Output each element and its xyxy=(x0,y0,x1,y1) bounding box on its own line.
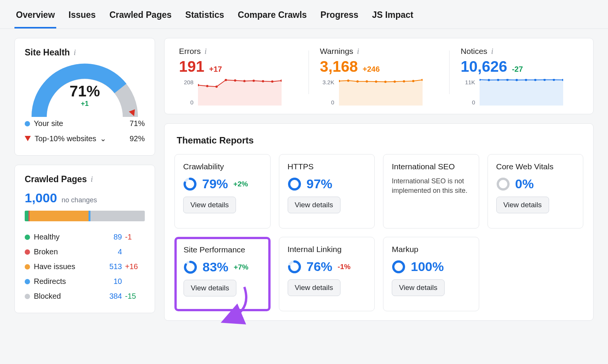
report-note: International SEO is not implemented on … xyxy=(392,176,470,195)
tab-progress[interactable]: Progress xyxy=(319,7,360,28)
report-percent: 100% xyxy=(411,259,444,274)
notices-value: 10,626 xyxy=(461,58,507,75)
crawled-breakdown: Healthy89-1Broken4Have issues513+16Redir… xyxy=(25,230,145,304)
info-icon[interactable]: i xyxy=(491,47,493,56)
report-card: HTTPS97%View details xyxy=(279,154,375,228)
donut-icon xyxy=(288,260,301,274)
view-details-button[interactable]: View details xyxy=(184,280,236,296)
info-icon[interactable]: i xyxy=(204,47,207,56)
report-title: Core Web Vitals xyxy=(496,162,575,171)
crawled-seg-delta: -15 xyxy=(122,292,145,301)
crawled-seg-name: Blocked xyxy=(34,292,61,301)
report-percent: 0% xyxy=(515,176,534,191)
dot-icon xyxy=(25,235,30,240)
donut-icon xyxy=(184,260,197,274)
errors-panel[interactable]: Errors i 191 +17 208 0 xyxy=(168,47,309,106)
report-delta: -1% xyxy=(338,263,351,271)
crawled-breakdown-row[interactable]: Have issues513+16 xyxy=(25,259,145,274)
errors-sparkline xyxy=(198,79,282,106)
svg-point-14 xyxy=(366,80,368,83)
site-health-title: Site Health i xyxy=(25,47,145,58)
donut-icon xyxy=(183,177,197,191)
issues-summary-card: Errors i 191 +17 208 0 xyxy=(164,38,594,114)
crawled-seg-count: 10 xyxy=(95,277,122,286)
report-title: Internal Linking xyxy=(288,245,366,254)
dot-icon xyxy=(25,279,30,284)
svg-point-19 xyxy=(412,80,414,82)
report-title: Crawlability xyxy=(183,162,262,171)
svg-point-2 xyxy=(206,85,208,87)
crawled-pages-card: Crawled Pages i 1,000 no changes Healthy… xyxy=(14,165,155,313)
view-details-button[interactable]: View details xyxy=(392,279,445,296)
errors-value: 191 xyxy=(179,58,204,75)
crawled-breakdown-row[interactable]: Blocked384-15 xyxy=(25,289,145,304)
notices-sparkline xyxy=(480,79,563,106)
tab-compare-crawls[interactable]: Compare Crawls xyxy=(236,7,309,28)
warnings-value: 3,168 xyxy=(320,58,358,75)
crawled-seg-delta: +16 xyxy=(122,262,145,271)
stackbar-segment[interactable] xyxy=(25,211,28,221)
view-details-button[interactable]: View details xyxy=(496,197,549,213)
warnings-sparkline xyxy=(339,79,423,106)
tab-js-impact[interactable]: JS Impact xyxy=(370,7,415,28)
triangle-down-icon xyxy=(25,136,31,141)
donut-icon xyxy=(288,177,301,191)
svg-point-22 xyxy=(488,79,490,81)
view-details-button[interactable]: View details xyxy=(288,279,340,296)
site-health-card: Site Health i 71% +1 xyxy=(14,38,155,156)
crawled-breakdown-row[interactable]: Broken4 xyxy=(25,244,145,259)
crawled-total-note: no changes xyxy=(62,196,97,204)
crawled-seg-count: 89 xyxy=(95,233,122,241)
errors-delta: +17 xyxy=(209,65,222,73)
crawled-breakdown-row[interactable]: Healthy89-1 xyxy=(25,230,145,244)
view-details-button[interactable]: View details xyxy=(288,197,340,213)
svg-point-17 xyxy=(393,80,396,83)
crawled-breakdown-row[interactable]: Redirects10 xyxy=(25,274,145,289)
svg-point-35 xyxy=(498,179,508,189)
thematic-title: Thematic Reports xyxy=(174,133,583,154)
dot-icon xyxy=(25,121,30,126)
report-title: Markup xyxy=(392,245,470,254)
errors-label: Errors xyxy=(179,47,201,56)
view-details-button[interactable]: View details xyxy=(183,197,236,213)
crawled-seg-name: Have issues xyxy=(34,262,75,271)
info-icon[interactable]: i xyxy=(74,48,76,57)
thematic-reports-card: Thematic Reports Crawlability79%+2%View … xyxy=(164,123,594,321)
crawled-seg-count: 384 xyxy=(95,292,122,301)
stackbar-segment[interactable] xyxy=(90,211,145,221)
report-percent: 83% xyxy=(203,260,228,274)
info-icon[interactable]: i xyxy=(91,175,93,184)
legend-top10[interactable]: Top-10% websites ⌄ 92% xyxy=(25,131,145,146)
svg-point-15 xyxy=(375,80,377,83)
svg-point-16 xyxy=(384,80,386,83)
crawled-pages-title: Crawled Pages i xyxy=(25,174,145,184)
warnings-label: Warnings xyxy=(320,47,353,56)
svg-point-6 xyxy=(243,80,245,82)
stackbar-segment[interactable] xyxy=(30,211,89,221)
crawled-seg-delta: -1 xyxy=(122,233,145,241)
crawled-stacked-bar[interactable] xyxy=(25,211,145,221)
svg-point-12 xyxy=(347,79,349,82)
info-icon[interactable]: i xyxy=(357,47,359,56)
tab-statistics[interactable]: Statistics xyxy=(184,7,226,28)
crawled-total[interactable]: 1,000 xyxy=(25,191,57,205)
tab-crawled-pages[interactable]: Crawled Pages xyxy=(108,7,173,28)
report-percent: 76% xyxy=(307,259,332,274)
crawled-seg-name: Broken xyxy=(34,247,58,256)
svg-point-41 xyxy=(393,262,404,272)
report-delta: +7% xyxy=(234,263,249,271)
crawled-seg-name: Healthy xyxy=(34,233,60,241)
tab-issues[interactable]: Issues xyxy=(67,7,97,28)
report-card: Crawlability79%+2%View details xyxy=(174,154,271,228)
svg-point-34 xyxy=(289,179,300,189)
report-card: International SEOInternational SEO is no… xyxy=(383,154,479,228)
tab-overview[interactable]: Overview xyxy=(14,7,56,28)
notices-label: Notices xyxy=(461,47,487,56)
svg-point-5 xyxy=(234,79,236,82)
warnings-panel[interactable]: Warnings i 3,168 +246 3.2K 0 xyxy=(309,47,450,106)
thematic-grid: Crawlability79%+2%View detailsHTTPS97%Vi… xyxy=(174,154,583,311)
notices-panel[interactable]: Notices i 10,626 -27 11K 0 xyxy=(449,47,590,106)
report-card: Site Performance83%+7%View details xyxy=(174,237,271,311)
svg-point-18 xyxy=(403,80,405,82)
svg-point-7 xyxy=(253,80,255,82)
